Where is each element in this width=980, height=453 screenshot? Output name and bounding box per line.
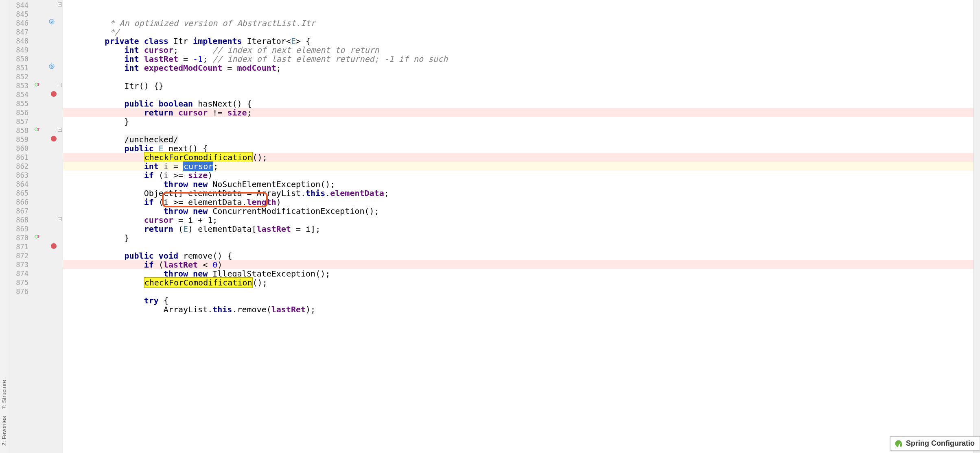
line-number: 865 xyxy=(8,189,28,198)
code-line[interactable]: cursor = i + 1; xyxy=(63,216,973,224)
line-number: 874 xyxy=(8,269,28,278)
line-number: 873 xyxy=(8,260,28,269)
line-number: 872 xyxy=(8,251,28,260)
line-number: 863 xyxy=(8,171,28,180)
override-icon[interactable]: o xyxy=(49,63,55,70)
code-line[interactable]: /unchecked/ xyxy=(63,135,973,144)
code-line[interactable]: Itr() {} xyxy=(63,81,973,90)
breakpoint-icon[interactable] xyxy=(51,243,57,249)
line-number: 859 xyxy=(8,135,28,144)
line-number: 848 xyxy=(8,37,28,46)
line-number: 851 xyxy=(8,63,28,72)
fold-toggle-icon[interactable] xyxy=(58,83,62,87)
line-number: 869 xyxy=(8,224,28,233)
error-stripe[interactable] xyxy=(973,0,980,453)
code-line[interactable]: public E next() { xyxy=(63,144,973,153)
spring-leaf-icon xyxy=(895,440,903,448)
code-line[interactable]: throw new ConcurrentModificationExceptio… xyxy=(63,207,973,216)
line-number: 861 xyxy=(8,153,28,162)
fold-toggle-icon[interactable] xyxy=(58,128,62,132)
svg-point-4 xyxy=(35,83,38,86)
left-tool-strip: 7: Structure 2: Favorites xyxy=(0,0,8,453)
line-number: 853 xyxy=(8,81,28,90)
code-line[interactable]: checkForComodification(); xyxy=(63,278,973,287)
line-number: 870 xyxy=(8,233,28,242)
code-line[interactable]: if (lastRet < 0) xyxy=(63,260,973,269)
code-line[interactable]: */ xyxy=(63,28,973,37)
code-line[interactable]: public boolean hasNext() { xyxy=(63,99,973,108)
line-number: 864 xyxy=(8,180,28,189)
icon-gutter: oo xyxy=(33,0,63,453)
structure-tool-button[interactable]: 7: Structure xyxy=(1,377,7,412)
fold-toggle-icon[interactable] xyxy=(58,2,62,7)
code-line[interactable] xyxy=(63,90,973,99)
code-line[interactable]: public void remove() { xyxy=(63,251,973,260)
code-line[interactable]: int lastRet = -1; // index of last eleme… xyxy=(63,54,973,63)
line-number: 862 xyxy=(8,162,28,171)
fold-toggle-icon[interactable] xyxy=(58,217,62,221)
line-number: 847 xyxy=(8,28,28,37)
line-number: 860 xyxy=(8,144,28,153)
breakpoint-icon[interactable] xyxy=(51,91,57,97)
code-line[interactable] xyxy=(63,242,973,251)
code-line[interactable]: throw new NoSuchElementException(); xyxy=(63,180,973,189)
code-line[interactable]: private class Itr implements Iterator<E>… xyxy=(63,37,973,46)
line-number: 866 xyxy=(8,198,28,207)
line-number-gutter: 8448458468478488498508518528538548558568… xyxy=(8,0,33,453)
code-line[interactable]: throw new IllegalStateException(); xyxy=(63,269,973,278)
line-number: 854 xyxy=(8,90,28,99)
code-editor[interactable]: * An optimized version of AbstractList.I… xyxy=(63,0,973,453)
line-number: 875 xyxy=(8,278,28,287)
implements-icon[interactable] xyxy=(34,126,41,132)
code-line[interactable]: * An optimized version of AbstractList.I… xyxy=(63,19,973,28)
favorites-tool-button[interactable]: 2: Favorites xyxy=(1,413,7,449)
svg-point-7 xyxy=(35,128,38,131)
line-number: 858 xyxy=(8,126,28,135)
code-line[interactable]: try { xyxy=(63,296,973,305)
svg-text:o: o xyxy=(51,65,53,68)
override-icon[interactable]: o xyxy=(49,19,55,25)
code-line[interactable]: int cursor; // index of next element to … xyxy=(63,46,973,54)
svg-text:o: o xyxy=(51,20,53,24)
line-number: 856 xyxy=(8,108,28,117)
line-number: 867 xyxy=(8,207,28,216)
code-line[interactable] xyxy=(63,126,973,135)
line-number: 868 xyxy=(8,216,28,224)
line-number: 857 xyxy=(8,117,28,126)
line-number: 855 xyxy=(8,99,28,108)
line-number: 846 xyxy=(8,19,28,28)
line-number: 876 xyxy=(8,287,28,296)
code-line[interactable]: ArrayList.this.remove(lastRet); xyxy=(63,305,973,314)
code-line[interactable] xyxy=(63,287,973,296)
code-line[interactable]: Object[] elementData = ArrayList.this.el… xyxy=(63,189,973,198)
line-number: 849 xyxy=(8,46,28,54)
code-line[interactable]: } xyxy=(63,117,973,126)
svg-point-10 xyxy=(35,235,38,238)
code-line[interactable]: if (i >= elementData.length) xyxy=(63,198,973,207)
code-line[interactable]: return (E) elementData[lastRet = i]; xyxy=(63,224,973,233)
line-number: 845 xyxy=(8,10,28,19)
code-line[interactable]: int i = cursor; xyxy=(63,162,973,171)
breakpoint-icon[interactable] xyxy=(51,136,57,142)
spring-config-label: Spring Configuratio xyxy=(906,439,975,448)
code-line[interactable]: int expectedModCount = modCount; xyxy=(63,63,973,72)
code-line[interactable]: checkForComodification(); xyxy=(63,153,973,162)
code-line[interactable] xyxy=(63,72,973,81)
line-number: 852 xyxy=(8,72,28,81)
code-line[interactable]: if (i >= size) xyxy=(63,171,973,180)
line-number: 844 xyxy=(8,1,28,10)
implements-icon[interactable] xyxy=(34,82,41,87)
spring-config-notification[interactable]: Spring Configuratio xyxy=(890,436,980,451)
line-number: 871 xyxy=(8,242,28,251)
line-number: 850 xyxy=(8,54,28,63)
implements-icon[interactable] xyxy=(34,234,41,240)
code-line[interactable]: } xyxy=(63,233,973,242)
code-line[interactable]: return cursor != size; xyxy=(63,108,973,117)
